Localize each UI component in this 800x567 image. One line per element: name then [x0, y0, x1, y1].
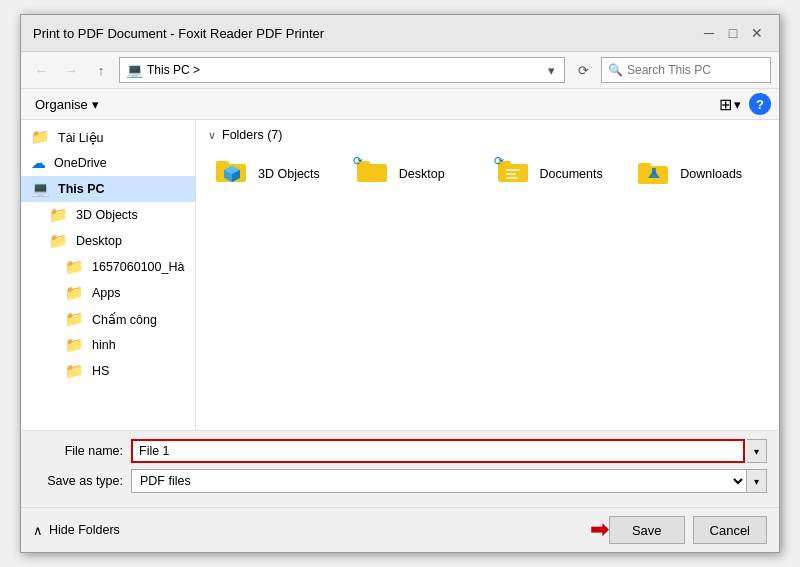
folder-icon: 📁	[49, 232, 68, 250]
savetype-select-wrap: PDF files ▾	[131, 469, 767, 493]
address-toolbar: ← → ↑ 💻 This PC > ▾ ⟳ 🔍	[21, 52, 779, 89]
folder-item-downloads[interactable]: Downloads	[630, 150, 767, 197]
right-panel: ∨ Folders (7)	[196, 120, 779, 430]
view-button[interactable]: ⊞ ▾	[719, 95, 741, 114]
address-dropdown-icon[interactable]: ▾	[545, 63, 558, 78]
savetype-dropdown-button[interactable]: ▾	[747, 469, 767, 493]
title-bar-left: Print to PDF Document - Foxit Reader PDF…	[33, 26, 324, 41]
folder-item-name: Desktop	[399, 167, 445, 181]
folder-icon: 📁	[65, 284, 84, 302]
help-button[interactable]: ?	[749, 93, 771, 115]
filename-input[interactable]	[131, 439, 745, 463]
title-bar: Print to PDF Document - Foxit Reader PDF…	[21, 15, 779, 52]
onedrive-icon: ☁	[31, 154, 46, 172]
svg-rect-11	[506, 177, 518, 179]
view-dropdown-icon: ▾	[734, 97, 741, 112]
chevron-icon: ∨	[208, 129, 216, 142]
sidebar-item-thispc[interactable]: 💻 This PC	[21, 176, 195, 202]
svg-rect-10	[506, 173, 516, 175]
view-icon: ⊞	[719, 95, 732, 114]
close-button[interactable]: ✕	[747, 23, 767, 43]
folder-icon: 📁	[49, 206, 68, 224]
folder-item-3dobjects[interactable]: 3D Objects	[208, 150, 345, 197]
address-bar[interactable]: 💻 This PC > ▾	[119, 57, 565, 83]
folder-icon: 📁	[65, 336, 84, 354]
address-text: This PC >	[147, 63, 541, 77]
sidebar-item-label: Desktop	[76, 234, 122, 248]
action-buttons: ➡ Save Cancel	[609, 516, 767, 544]
folder-icon: 📁	[65, 258, 84, 276]
sidebar-item-apps[interactable]: 📁 Apps	[21, 280, 195, 306]
hide-folders-button[interactable]: ∧ Hide Folders	[33, 523, 120, 538]
sidebar-item-label: hinh	[92, 338, 116, 352]
filename-dropdown-button[interactable]: ▾	[747, 439, 767, 463]
sidebar-item-label: This PC	[58, 182, 105, 196]
folder-icon: 📁	[65, 362, 84, 380]
savetype-select[interactable]: PDF files	[131, 469, 747, 493]
organise-label: Organise	[35, 97, 88, 112]
sidebar-item-onedrive[interactable]: ☁ OneDrive	[21, 150, 195, 176]
title-bar-controls: ─ □ ✕	[699, 23, 767, 43]
sidebar-item-3dobjects[interactable]: 📁 3D Objects	[21, 202, 195, 228]
red-arrow-icon: ➡	[590, 517, 608, 543]
sidebar-item-chamcong[interactable]: 📁 Chấm công	[21, 306, 195, 332]
search-icon: 🔍	[608, 63, 623, 77]
folder-item-icon	[638, 158, 670, 189]
search-input[interactable]	[627, 63, 764, 77]
folder-item-documents[interactable]: ⟳ Documents	[490, 150, 627, 197]
up-button[interactable]: ↑	[89, 58, 113, 82]
hide-folders-chevron: ∧	[33, 523, 43, 538]
sidebar-item-label: Chấm công	[92, 312, 157, 327]
forward-button[interactable]: →	[59, 58, 83, 82]
sync-icon: ⟳	[494, 154, 504, 168]
sidebar-item-1657[interactable]: 📁 1657060100_Hà	[21, 254, 195, 280]
svg-rect-1	[216, 161, 229, 167]
sidebar-item-hinh[interactable]: 📁 hinh	[21, 332, 195, 358]
sidebar-item-label: Tài Liệu	[58, 130, 104, 145]
sidebar-item-label: HS	[92, 364, 109, 378]
sidebar-item-tailieu[interactable]: 📁 Tài Liệu	[21, 124, 195, 150]
sidebar-item-label: Apps	[92, 286, 121, 300]
svg-rect-13	[638, 163, 651, 169]
folder-item-name: Downloads	[680, 167, 742, 181]
organise-button[interactable]: Organise ▾	[29, 95, 105, 114]
folder-item-desktop[interactable]: ⟳ Desktop	[349, 150, 486, 197]
cancel-button[interactable]: Cancel	[693, 516, 767, 544]
folder-item-name: 3D Objects	[258, 167, 320, 181]
search-box: 🔍	[601, 57, 771, 83]
back-button[interactable]: ←	[29, 58, 53, 82]
folders-grid: 3D Objects ⟳ Desktop	[208, 150, 767, 197]
pc-icon: 💻	[126, 62, 143, 78]
svg-rect-15	[652, 168, 656, 174]
filename-input-wrap: ▾	[131, 439, 767, 463]
folders-header-text: Folders (7)	[222, 128, 282, 142]
sidebar-item-label: 1657060100_Hà	[92, 260, 184, 274]
folder-icon: 📁	[31, 128, 50, 146]
form-area: File name: ▾ Save as type: PDF files ▾	[21, 430, 779, 507]
refresh-button[interactable]: ⟳	[571, 58, 595, 82]
sync-icon: ⟳	[353, 154, 363, 168]
maximize-button[interactable]: □	[723, 23, 743, 43]
action-bar: ∧ Hide Folders ➡ Save Cancel	[21, 507, 779, 552]
sidebar: 📁 Tài Liệu ☁ OneDrive 💻 This PC 📁 3D Obj…	[21, 120, 196, 430]
folders-section-header: ∨ Folders (7)	[208, 128, 767, 142]
sidebar-item-hs[interactable]: 📁 HS	[21, 358, 195, 384]
sidebar-item-desktop[interactable]: 📁 Desktop	[21, 228, 195, 254]
filename-label: File name:	[33, 444, 123, 458]
folder-icon: 📁	[65, 310, 84, 328]
savetype-row: Save as type: PDF files ▾	[33, 469, 767, 493]
folder-item-icon	[216, 156, 248, 191]
filename-row: File name: ▾	[33, 439, 767, 463]
save-button-wrap: ➡ Save	[609, 516, 685, 544]
pc-icon: 💻	[31, 180, 50, 198]
hide-folders-label: Hide Folders	[49, 523, 120, 537]
minimize-button[interactable]: ─	[699, 23, 719, 43]
save-label: Save	[632, 523, 662, 538]
sidebar-item-label: OneDrive	[54, 156, 107, 170]
savetype-label: Save as type:	[33, 474, 123, 488]
dialog-title: Print to PDF Document - Foxit Reader PDF…	[33, 26, 324, 41]
dialog-window: Print to PDF Document - Foxit Reader PDF…	[20, 14, 780, 553]
save-button[interactable]: ➡ Save	[609, 516, 685, 544]
organise-dropdown-icon: ▾	[92, 97, 99, 112]
sidebar-item-label: 3D Objects	[76, 208, 138, 222]
